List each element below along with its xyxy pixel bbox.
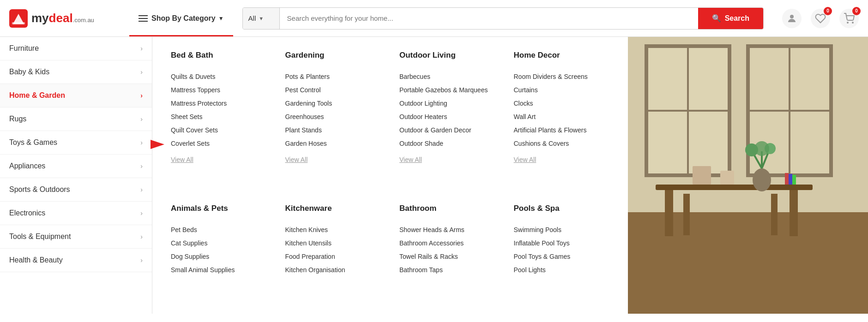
- svg-rect-2: [12, 22, 25, 24]
- chevron-right-icon-baby-kids: ›: [140, 68, 143, 76]
- link-cat-supplies[interactable]: Cat Supplies: [171, 237, 267, 250]
- link-garden-hoses[interactable]: Garden Hoses: [285, 137, 381, 150]
- chevron-right-icon-toys-games: ›: [140, 139, 143, 146]
- svg-point-30: [754, 141, 769, 156]
- sidebar-item-toys-games[interactable]: Toys & Games ›: [0, 131, 152, 155]
- sidebar-item-electronics[interactable]: Electronics ›: [0, 202, 152, 225]
- link-pet-beds[interactable]: Pet Beds: [171, 223, 267, 237]
- chevron-right-icon-rugs: ›: [140, 115, 143, 123]
- view-all-home-decor[interactable]: View All: [514, 153, 610, 167]
- link-bathroom-accessories[interactable]: Bathroom Accessories: [399, 237, 495, 250]
- cart-button[interactable]: 0: [839, 9, 859, 28]
- link-wall-art[interactable]: Wall Art: [514, 110, 610, 124]
- search-category-select[interactable]: All ▼: [243, 8, 280, 29]
- svg-rect-23: [720, 171, 734, 185]
- cart-badge: 0: [852, 7, 861, 15]
- link-greenhouses[interactable]: Greenhouses: [285, 110, 381, 124]
- link-curtains[interactable]: Curtains: [514, 83, 610, 97]
- category-pools-spa: Pools & Spa Swimming Pools Inflatable Po…: [514, 204, 610, 300]
- category-title-bathroom: Bathroom: [399, 204, 495, 217]
- link-cushions-covers[interactable]: Cushions & Covers: [514, 137, 610, 150]
- sidebar-item-sports-outdoors[interactable]: Sports & Outdoors ›: [0, 178, 152, 202]
- sidebar-item-tools-equipment[interactable]: Tools & Equipment ›: [0, 225, 152, 249]
- link-pots-planters[interactable]: Pots & Planters: [285, 70, 381, 83]
- link-outdoor-shade[interactable]: Outdoor Shade: [399, 137, 495, 150]
- search-button-label: Search: [725, 14, 749, 23]
- category-title-kitchenware: Kitchenware: [285, 204, 381, 217]
- chevron-right-icon-sports-outdoors: ›: [140, 186, 143, 193]
- cart-icon: [844, 13, 855, 24]
- sidebar-item-appliances[interactable]: Appliances ›: [0, 155, 152, 178]
- link-swimming-pools[interactable]: Swimming Pools: [514, 223, 610, 237]
- svg-point-4: [847, 22, 848, 23]
- sidebar-item-furniture[interactable]: Furniture ›: [0, 37, 152, 60]
- sidebar-label-home-garden: Home & Garden: [9, 91, 65, 100]
- link-mattress-toppers[interactable]: Mattress Toppers: [171, 83, 267, 97]
- link-bathroom-taps[interactable]: Bathroom Taps: [399, 263, 495, 277]
- link-coverlet-sets[interactable]: Coverlet Sets: [171, 137, 267, 150]
- category-animals-pets: Animals & Pets Pet Beds Cat Supplies Dog…: [171, 204, 267, 300]
- link-sheet-sets[interactable]: Sheet Sets: [171, 110, 267, 124]
- link-pool-lights[interactable]: Pool Lights: [514, 263, 610, 277]
- link-outdoor-heaters[interactable]: Outdoor Heaters: [399, 110, 495, 124]
- link-food-preparation[interactable]: Food Preparation: [285, 250, 381, 263]
- link-artificial-plants[interactable]: Artificial Plants & Flowers: [514, 124, 610, 137]
- svg-rect-19: [790, 190, 798, 236]
- wishlist-badge: 0: [824, 7, 832, 15]
- dropdown-panel: Bed & Bath Quilts & Duvets Mattress Topp…: [152, 37, 628, 314]
- view-all-outdoor-living[interactable]: View All: [399, 153, 495, 167]
- sidebar-item-baby-kids[interactable]: Baby & Kids ›: [0, 60, 152, 84]
- search-area: All ▼ 🔍 Search: [242, 7, 764, 30]
- sidebar-label-rugs: Rugs: [9, 115, 26, 123]
- account-button[interactable]: [782, 9, 802, 28]
- shop-by-category-label: Shop By Category: [151, 14, 216, 23]
- link-portable-gazebos[interactable]: Portable Gazebos & Marquees: [399, 83, 495, 97]
- search-input[interactable]: [280, 8, 698, 29]
- link-barbecues[interactable]: Barbecues: [399, 70, 495, 83]
- link-mattress-protectors[interactable]: Mattress Protectors: [171, 97, 267, 110]
- category-outdoor-living: Outdoor Living Barbecues Portable Gazebo…: [399, 51, 495, 190]
- heart-icon: [815, 13, 826, 24]
- link-quilt-cover-sets[interactable]: Quilt Cover Sets: [171, 124, 267, 137]
- svg-rect-18: [665, 190, 673, 236]
- link-quilts-duvets[interactable]: Quilts & Duvets: [171, 70, 267, 83]
- link-kitchen-organisation[interactable]: Kitchen Organisation: [285, 263, 381, 277]
- svg-rect-33: [792, 175, 796, 185]
- link-pest-control[interactable]: Pest Control: [285, 83, 381, 97]
- link-dog-supplies[interactable]: Dog Supplies: [171, 250, 267, 263]
- link-clocks[interactable]: Clocks: [514, 97, 610, 110]
- category-kitchenware: Kitchenware Kitchen Knives Kitchen Utens…: [285, 204, 381, 300]
- link-pool-toys-games[interactable]: Pool Toys & Games: [514, 250, 610, 263]
- svg-rect-31: [785, 173, 789, 185]
- chevron-right-icon-home-garden: ›: [140, 92, 143, 99]
- wishlist-button[interactable]: 0: [811, 9, 830, 28]
- sidebar-item-health-beauty[interactable]: Health & Beauty ›: [0, 249, 152, 272]
- search-button[interactable]: 🔍 Search: [698, 8, 763, 29]
- sidebar-label-health-beauty: Health & Beauty: [9, 256, 63, 264]
- chevron-down-icon: ▼: [218, 15, 224, 22]
- chevron-right-icon-electronics: ›: [140, 209, 143, 217]
- link-outdoor-garden-decor[interactable]: Outdoor & Garden Decor: [399, 124, 495, 137]
- link-small-animal-supplies[interactable]: Small Animal Supplies: [171, 263, 267, 277]
- sidebar-item-home-garden[interactable]: Home & Garden ›: [0, 84, 152, 107]
- hamburger-icon: [139, 15, 148, 22]
- link-plant-stands[interactable]: Plant Stands: [285, 124, 381, 137]
- category-title-pools-spa: Pools & Spa: [514, 204, 610, 217]
- link-outdoor-lighting[interactable]: Outdoor Lighting: [399, 97, 495, 110]
- link-inflatable-pool-toys[interactable]: Inflatable Pool Toys: [514, 237, 610, 250]
- svg-rect-20: [683, 194, 690, 235]
- view-all-bed-bath[interactable]: View All: [171, 153, 267, 167]
- link-kitchen-knives[interactable]: Kitchen Knives: [285, 223, 381, 237]
- link-room-dividers[interactable]: Room Dividers & Screens: [514, 70, 610, 83]
- shop-by-category-button[interactable]: Shop By Category ▼: [129, 0, 233, 36]
- logo-text: mydeal.com.au: [31, 11, 94, 25]
- sidebar-label-electronics: Electronics: [9, 209, 45, 217]
- home-garden-arrow: [146, 137, 169, 153]
- link-kitchen-utensils[interactable]: Kitchen Utensils: [285, 237, 381, 250]
- link-gardening-tools[interactable]: Gardening Tools: [285, 97, 381, 110]
- sidebar-item-rugs[interactable]: Rugs ›: [0, 107, 152, 131]
- link-towel-rails[interactable]: Towel Rails & Racks: [399, 250, 495, 263]
- view-all-gardening[interactable]: View All: [285, 153, 381, 167]
- link-shower-heads[interactable]: Shower Heads & Arms: [399, 223, 495, 237]
- account-icon-circle: [782, 9, 802, 28]
